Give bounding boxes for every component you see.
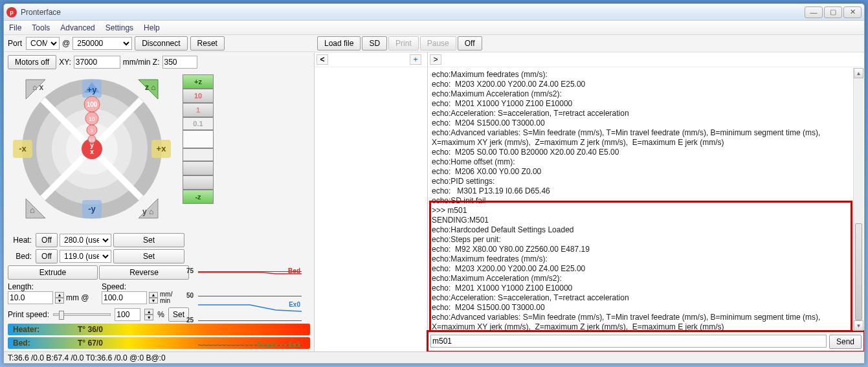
bed-bar-value: T° 67/0 <box>78 339 103 348</box>
mm-at-label: mm @ <box>66 293 89 302</box>
printspeed-slider[interactable] <box>53 313 111 316</box>
heater-bar-label: Heater: <box>13 325 78 334</box>
command-input[interactable] <box>430 335 827 348</box>
z-spacer <box>183 130 214 148</box>
connection-toolbar: Port COM8 @ 250000 Disconnect Reset <box>4 35 315 52</box>
bed-temp-select[interactable]: 119.0 (user <box>60 250 111 263</box>
svg-marker-22 <box>26 199 45 218</box>
legend-target: Target <box>256 341 276 348</box>
mmmin-unit: mm/min <box>160 291 172 304</box>
bed-set-button[interactable]: Set <box>113 249 184 263</box>
printspeed-label: Print speed: <box>8 310 49 319</box>
titlebar[interactable]: p Pronterface — ▢ ✕ <box>4 4 864 21</box>
menu-tools[interactable]: Tools <box>32 23 50 32</box>
minimize-button[interactable]: — <box>805 6 823 18</box>
z-10-up[interactable]: 10 <box>183 89 214 103</box>
heat-set-button[interactable]: Set <box>113 233 184 247</box>
load-file-button[interactable]: Load file <box>317 36 361 50</box>
heat-grid: Heat: Off 280.0 (user Set Bed: Off 119.0… <box>8 233 189 263</box>
left-panel: Motors off XY: mm/min Z: y <box>4 52 315 351</box>
speed-label: Speed: <box>102 282 189 291</box>
z-01-up[interactable]: 0.1 <box>183 117 214 130</box>
z-1-up[interactable]: 1 <box>183 103 214 117</box>
console-scrollbar[interactable]: ▲ ▼ <box>853 68 863 331</box>
collapse-right-button[interactable]: > <box>430 54 441 65</box>
z-01-dn[interactable] <box>183 148 214 161</box>
add-tab-button[interactable]: + <box>410 54 421 65</box>
svg-text:0.1: 0.1 <box>89 138 95 142</box>
close-button[interactable]: ✕ <box>843 6 862 18</box>
reverse-button[interactable]: Reverse <box>99 265 189 280</box>
length-spinner[interactable]: ▲▼ <box>55 292 64 304</box>
svg-text:-y: -y <box>88 204 96 214</box>
maximize-button[interactable]: ▢ <box>824 6 842 18</box>
speed-spinner[interactable]: ▲▼ <box>149 292 158 304</box>
motors-off-button[interactable]: Motors off <box>8 55 56 69</box>
z-1-dn[interactable] <box>183 161 214 175</box>
svg-text:1: 1 <box>91 128 94 133</box>
mid-panel: < + <box>315 52 428 351</box>
menu-help[interactable]: Help <box>144 23 160 32</box>
svg-text:z ⌂: z ⌂ <box>145 83 156 92</box>
extrude-button[interactable]: Extrude <box>8 265 98 280</box>
z-minus-button[interactable]: -z <box>183 190 214 204</box>
speed-input[interactable] <box>102 291 147 304</box>
collapse-left-button[interactable]: < <box>317 54 328 65</box>
app-window: p Pronterface — ▢ ✕ File Tools Advanced … <box>3 3 865 364</box>
console-output[interactable]: echo:Maximum feedrates (mm/s): echo: M20… <box>428 67 864 331</box>
heat-off-button[interactable]: Off <box>36 233 58 247</box>
svg-text:⌂ x: ⌂ x <box>32 83 44 92</box>
app-icon: p <box>6 7 17 17</box>
menu-advanced[interactable]: Advanced <box>60 23 95 32</box>
svg-text:10: 10 <box>89 116 95 122</box>
heat-temp-select[interactable]: 280.0 (user <box>60 234 111 247</box>
send-button[interactable]: Send <box>829 335 862 349</box>
content: Motors off XY: mm/min Z: y <box>4 52 864 351</box>
z-10-dn[interactable] <box>183 175 214 190</box>
svg-text:x: x <box>90 148 94 155</box>
port-label: Port <box>8 39 22 48</box>
off-button[interactable]: Off <box>458 36 482 50</box>
xy-jog-control: y x +y -y -x +x ⌂ x <box>8 72 310 232</box>
reset-button[interactable]: Reset <box>190 36 225 50</box>
menu-file[interactable]: File <box>9 23 21 32</box>
temp-graph: 75 50 25 Bed Ex0 Target Ex1 <box>198 266 302 350</box>
printspeed-input[interactable] <box>115 308 140 321</box>
bed-bar-label: Bed: <box>13 339 78 348</box>
scroll-up-icon[interactable]: ▲ <box>854 68 863 78</box>
statusbar: T:36.6 /0.0 B:67.4 /0.0 T0:36.6 /0.0 @:0… <box>4 351 864 363</box>
svg-text:+y: +y <box>87 85 98 95</box>
legend-bed: Bed <box>288 267 300 274</box>
pause-button[interactable]: Pause <box>420 36 456 50</box>
at-label: @ <box>62 39 70 48</box>
scroll-down-icon[interactable]: ▼ <box>854 320 863 331</box>
printspeed-spinner[interactable]: ▲▼ <box>144 309 153 320</box>
xy-ring[interactable]: y x +y -y -x +x ⌂ x <box>8 74 176 223</box>
print-button[interactable]: Print <box>388 36 419 50</box>
xy-label: XY: <box>59 58 71 67</box>
z-jog-column: +z 10 1 0.1 -z <box>183 74 214 204</box>
baud-select[interactable]: 250000 <box>72 37 132 50</box>
port-select[interactable]: COM8 <box>26 37 60 50</box>
length-input[interactable] <box>8 291 53 304</box>
bed-off-button[interactable]: Off <box>36 249 58 263</box>
length-label: Length: <box>8 282 95 291</box>
sd-button[interactable]: SD <box>362 36 387 50</box>
svg-text:⌂: ⌂ <box>30 205 35 215</box>
window-title: Pronterface <box>21 8 805 17</box>
heater-bar-value: T° 36/0 <box>78 325 103 334</box>
legend-ex0: Ex0 <box>289 301 300 308</box>
scroll-thumb[interactable] <box>855 223 862 320</box>
heat-label: Heat: <box>8 236 34 245</box>
svg-text:-x: -x <box>19 144 27 153</box>
disconnect-button[interactable]: Disconnect <box>135 36 187 50</box>
svg-text:y ⌂: y ⌂ <box>142 207 153 216</box>
menu-settings[interactable]: Settings <box>106 23 133 32</box>
xy-feedrate-input[interactable] <box>74 56 120 69</box>
mmmin-label: mm/min Z: <box>123 58 160 67</box>
z-feedrate-input[interactable] <box>162 56 197 69</box>
svg-text:100: 100 <box>87 101 98 108</box>
menubar: File Tools Advanced Settings Help <box>4 21 864 35</box>
z-plus-button[interactable]: +z <box>183 74 214 89</box>
svg-text:+x: +x <box>157 144 167 153</box>
